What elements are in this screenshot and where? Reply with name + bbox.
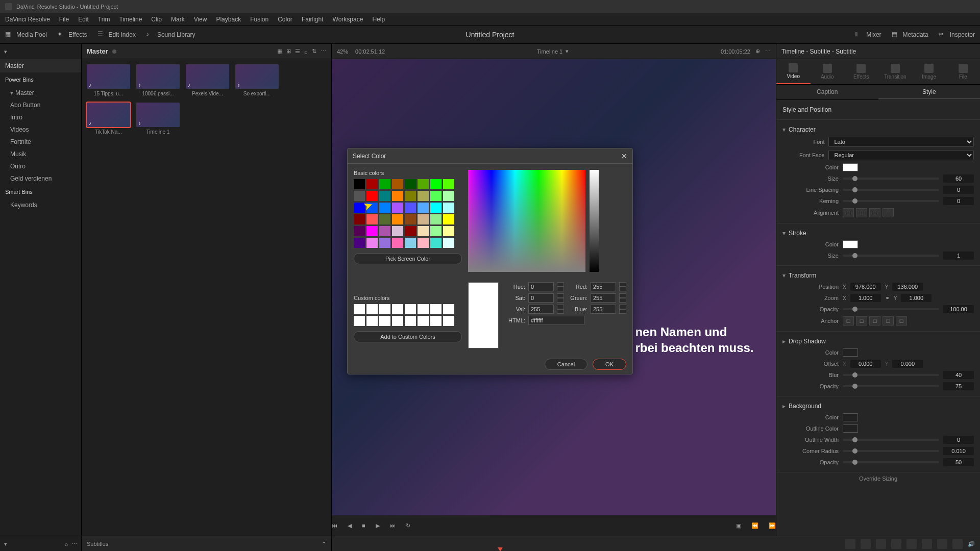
clip-thumb[interactable]: TikTok Na... [87, 103, 130, 135]
red-input[interactable] [591, 282, 616, 291]
menu-view[interactable]: View [194, 16, 207, 23]
transform-header[interactable]: ▾Transform [782, 270, 974, 281]
anchor-btn[interactable]: □ [896, 316, 907, 325]
bg-color-swatch[interactable] [843, 413, 858, 421]
color-cell[interactable] [354, 226, 365, 236]
next-marker-icon[interactable]: ⏩ [769, 522, 776, 529]
color-cell[interactable] [430, 179, 442, 189]
ds-blur-slider[interactable] [843, 374, 939, 376]
opacity-input[interactable] [943, 305, 974, 313]
stroke-color-swatch[interactable] [843, 240, 858, 248]
prev-clip-icon[interactable]: ⏮ [332, 522, 337, 529]
value-slider[interactable] [590, 170, 599, 272]
media-pool-toggle[interactable]: ▦Media Pool [5, 31, 47, 39]
menu-file[interactable]: File [59, 16, 69, 23]
tab-audio[interactable]: Audio [811, 59, 845, 84]
color-gradient[interactable] [468, 170, 585, 272]
pos-y-input[interactable] [892, 283, 923, 291]
subtab-caption[interactable]: Caption [776, 85, 878, 99]
tab-file[interactable]: File [946, 59, 981, 84]
ds-x-input[interactable] [850, 360, 881, 368]
color-cell[interactable] [354, 191, 365, 201]
color-cell[interactable] [366, 214, 378, 224]
menu-color[interactable]: Color [278, 16, 292, 23]
stroke-size-slider[interactable] [843, 255, 939, 257]
color-cell[interactable] [379, 203, 390, 213]
tl-tool-marker[interactable] [922, 539, 932, 549]
menu-fusion[interactable]: Fusion [250, 16, 268, 23]
tl-volume-icon[interactable]: 🔊 [968, 541, 975, 547]
color-cell[interactable] [418, 238, 429, 248]
menu-fairlight[interactable]: Fairlight [302, 16, 324, 23]
custom-color-cell[interactable] [379, 316, 390, 326]
bin-keywords[interactable]: Keywords [0, 199, 81, 211]
color-cell[interactable] [418, 214, 429, 224]
bin-outro[interactable]: Outro [0, 160, 81, 172]
color-cell[interactable] [366, 238, 378, 248]
align-justify-icon[interactable]: ≡ [883, 208, 894, 217]
font-face-select[interactable]: Regular [828, 150, 974, 160]
tl-tool-select[interactable] [845, 539, 855, 549]
clip-thumb[interactable]: Pexels Vide... [186, 64, 229, 96]
link-icon[interactable]: ⚭ [885, 295, 890, 302]
anchor-btn[interactable]: □ [843, 316, 854, 325]
color-cell[interactable] [418, 203, 429, 213]
color-cell[interactable] [430, 214, 442, 224]
hue-input[interactable] [528, 282, 554, 291]
master-label[interactable]: Master [0, 59, 81, 72]
power-bins-header[interactable]: Power Bins [0, 72, 81, 87]
play-icon[interactable]: ▶ [376, 522, 380, 529]
clip-thumb[interactable]: 1000€ passi... [136, 64, 180, 96]
loop-icon[interactable]: ↻ [406, 522, 410, 529]
tl-tool-replace[interactable] [906, 539, 917, 549]
sound-library-toggle[interactable]: ♪Sound Library [146, 31, 195, 39]
color-cell[interactable] [443, 179, 454, 189]
subtab-style[interactable]: Style [878, 85, 981, 99]
custom-color-cell[interactable] [418, 316, 429, 326]
tab-effects[interactable]: Effects [844, 59, 878, 84]
custom-color-cell[interactable] [354, 304, 365, 314]
tl-tool-blade[interactable] [861, 539, 871, 549]
val-input[interactable] [528, 305, 554, 314]
font-select[interactable]: Lato [828, 137, 974, 147]
color-cell[interactable] [405, 191, 416, 201]
color-cell[interactable] [379, 179, 390, 189]
bg-outline-swatch[interactable] [843, 424, 858, 433]
menu-mark[interactable]: Mark [171, 16, 185, 23]
character-header[interactable]: ▾Character [782, 124, 974, 135]
anchor-btn[interactable]: □ [883, 316, 894, 325]
custom-color-cell[interactable] [430, 316, 442, 326]
bin-geld[interactable]: Geld verdienen [0, 172, 81, 185]
color-cell[interactable] [430, 191, 442, 201]
opacity-slider[interactable] [843, 308, 939, 310]
color-cell[interactable] [392, 238, 403, 248]
viewer-zoom[interactable]: 42% [337, 48, 348, 55]
bin-intro[interactable]: Intro [0, 111, 81, 123]
color-cell[interactable] [443, 238, 454, 248]
custom-color-cell[interactable] [405, 304, 416, 314]
panel-dropdown-icon[interactable]: ▾ [4, 541, 7, 547]
add-custom-color-button[interactable]: Add to Custom Colors [354, 331, 462, 342]
color-cell[interactable] [392, 214, 403, 224]
strip-view-icon[interactable]: ☰ [295, 48, 300, 55]
sat-input[interactable] [528, 293, 554, 303]
stroke-size-input[interactable] [943, 252, 974, 260]
drop-shadow-header[interactable]: ▸Drop Shadow [782, 336, 974, 347]
collapse-icon[interactable]: ⌃ [322, 541, 326, 547]
effects-toggle[interactable]: ✦Effects [57, 31, 87, 39]
anchor-btn[interactable]: □ [869, 316, 880, 325]
pick-screen-color-button[interactable]: Pick Screen Color [354, 253, 462, 264]
prev-marker-icon[interactable]: ⏪ [751, 522, 758, 529]
style-position-header[interactable]: Style and Position [782, 104, 974, 115]
color-swatch[interactable] [843, 163, 858, 171]
menu-edit[interactable]: Edit [78, 16, 89, 23]
color-cell[interactable] [392, 203, 403, 213]
menu-workspace[interactable]: Workspace [333, 16, 363, 23]
color-cell[interactable] [354, 214, 365, 224]
align-center-icon[interactable]: ≡ [856, 208, 867, 217]
edit-index-toggle[interactable]: ☰Edit Index [97, 31, 136, 39]
custom-color-cell[interactable] [392, 316, 403, 326]
cancel-button[interactable]: Cancel [545, 359, 587, 370]
spin-down-icon[interactable] [557, 287, 564, 291]
color-cell[interactable] [443, 191, 454, 201]
